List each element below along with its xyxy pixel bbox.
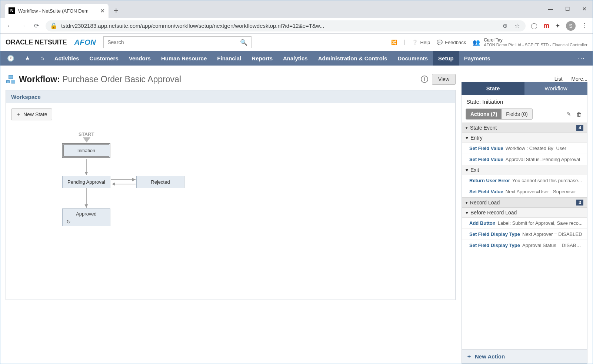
nav-documents[interactable]: Documents (392, 51, 433, 66)
tab-state[interactable]: State (462, 82, 524, 95)
workspace-canvas[interactable]: ＋ New State START Initiation Pending App… (6, 103, 455, 300)
plus-icon: ＋ (16, 111, 21, 118)
nav-financial[interactable]: Financial (212, 51, 246, 66)
plus-icon: ＋ (466, 353, 472, 360)
forward-button: → (19, 23, 27, 29)
nav-vendors[interactable]: Vendors (124, 51, 156, 66)
home-icon[interactable]: ⌂ (35, 55, 49, 61)
nav-admin-controls[interactable]: Administration & Controls (313, 51, 393, 66)
chevron-down-icon: ▾ (466, 200, 468, 205)
chat-icon: 💬 (437, 40, 443, 45)
tab-workflow[interactable]: Workflow (524, 82, 587, 95)
state-node-rejected[interactable]: Rejected (136, 176, 184, 188)
bookmark-icon[interactable]: ☆ (513, 22, 521, 29)
workspace-header: Workspace (6, 90, 455, 103)
view-button[interactable]: View (432, 74, 456, 85)
reload-button[interactable]: ⟳ (32, 22, 40, 29)
main-nav: 🕑 ★ ⌂ Activities Customers Vendors Human… (0, 51, 593, 66)
sub-tabs: Actions (7) Fields (0) (466, 108, 533, 120)
help-icon: ❔ (412, 40, 418, 45)
browser-tab[interactable]: N Workflow - NetSuite (AFON Dem ✕ (5, 4, 109, 18)
state-node-initiation[interactable]: Initiation (62, 143, 110, 158)
page-header: Workflow: Purchase Order Basic Approval … (6, 66, 456, 90)
action-row[interactable]: Set Field ValueApproval Status=Pending A… (462, 154, 587, 165)
state-node-pending[interactable]: Pending Approval (62, 176, 110, 188)
state-title: State: Initiation (462, 95, 587, 108)
chevron-down-icon: ▾ (466, 210, 468, 216)
extension-icon[interactable]: m (543, 22, 549, 30)
url-field[interactable]: 🔒 tstdrv2302183.app.netsuite.com/app/com… (46, 20, 526, 31)
nav-human-resource[interactable]: Human Resource (156, 51, 212, 66)
nav-activities[interactable]: Activities (49, 51, 84, 66)
new-state-button[interactable]: ＋ New State (11, 108, 52, 120)
subtab-fields[interactable]: Fields (0) (502, 109, 532, 119)
search-icon[interactable]: 🔍 (240, 39, 247, 46)
action-row[interactable]: Set Field ValueWorkflow : Created By=Use… (462, 143, 587, 154)
section-state-event[interactable]: ▾ State Event 4 (462, 123, 587, 133)
nav-payments[interactable]: Payments (459, 51, 496, 66)
role-switcher-icon[interactable]: 🔀 (391, 40, 397, 45)
action-row[interactable]: Add ButtonLabel: Submit for Approval, Sa… (462, 218, 587, 229)
section-record-load[interactable]: ▾ Record Load 3 (462, 197, 587, 208)
side-panel-body: State: Initiation Actions (7) Fields (0)… (462, 95, 587, 364)
app-header: ORACLE NETSUITE AFON 🔍 🔀 | ❔Help 💬Feedba… (0, 34, 593, 51)
search-input[interactable] (107, 39, 240, 45)
chevron-down-icon: ▾ (466, 167, 468, 173)
action-row[interactable]: Set Field Display TypeApproval Status = … (462, 240, 587, 251)
more-link[interactable]: More... (571, 76, 587, 82)
oracle-netsuite-logo: ORACLE NETSUITE (6, 39, 67, 46)
profile-avatar[interactable]: S (566, 21, 576, 31)
global-search[interactable]: 🔍 (103, 36, 251, 48)
back-button[interactable]: ← (6, 23, 14, 29)
address-bar: ← → ⟳ 🔒 tstdrv2302183.app.netsuite.com/a… (0, 18, 593, 34)
workflow-icon (6, 75, 15, 83)
loop-icon: ↻ (63, 219, 110, 225)
browser-menu-icon[interactable]: ⋮ (582, 22, 587, 29)
maximize-button[interactable]: ☐ (559, 3, 576, 15)
subsection-exit[interactable]: ▾ Exit (462, 165, 587, 175)
tab-close-icon[interactable]: ✕ (100, 7, 105, 14)
subtab-actions[interactable]: Actions (7) (466, 109, 502, 119)
user-icon: 👥 (473, 39, 480, 46)
state-node-approved[interactable]: Approved ↻ (62, 208, 110, 226)
minimize-button[interactable]: ― (542, 3, 559, 15)
nav-overflow-icon[interactable]: ⋯ (571, 54, 591, 62)
user-role: AFON Demo Pte Ltd - SGP FF STD - Financi… (484, 43, 587, 47)
close-window-button[interactable]: ✕ (576, 3, 593, 15)
action-row[interactable]: Return User ErrorYou cannot send this pu… (462, 175, 587, 186)
user-name: Carol Tay (484, 37, 587, 43)
action-row[interactable]: Set Field ValueNext Approver=User : Supe… (462, 186, 587, 197)
subsection-before-load[interactable]: ▾ Before Record Load (462, 208, 587, 218)
subsection-entry[interactable]: ▾ Entry (462, 133, 587, 143)
new-tab-button[interactable]: + (109, 6, 124, 18)
side-panel-tabs: State Workflow (462, 82, 587, 95)
nav-reports[interactable]: Reports (246, 51, 278, 66)
state-event-count: 4 (576, 125, 583, 131)
extensions: ◯ m ✦ S ⋮ (531, 21, 587, 31)
browser-tab-bar: N Workflow - NetSuite (AFON Dem ✕ + ― ☐ … (0, 0, 593, 18)
favorites-icon[interactable]: ★ (20, 55, 35, 62)
zoom-icon[interactable]: ⊕ (501, 22, 509, 29)
extensions-menu-icon[interactable]: ✦ (555, 22, 560, 29)
nav-analytics[interactable]: Analytics (278, 51, 313, 66)
delete-icon[interactable]: 🗑 (575, 110, 583, 119)
url-text: tstdrv2302183.app.netsuite.com/app/commo… (61, 23, 324, 29)
extension-icon[interactable]: ◯ (531, 22, 537, 29)
help-link[interactable]: ❔Help (412, 40, 430, 45)
chevron-down-icon: ▾ (466, 126, 468, 130)
nav-setup[interactable]: Setup (433, 51, 459, 66)
favicon: N (9, 7, 15, 14)
action-row[interactable]: Set Field Display TypeNext Approver = DI… (462, 229, 587, 240)
list-link[interactable]: List (554, 76, 563, 82)
new-action-button[interactable]: ＋ New Action (462, 349, 587, 363)
record-load-count: 3 (576, 200, 583, 206)
workspace-panel: Workspace ＋ New State START Initiation P… (6, 90, 456, 300)
edit-icon[interactable]: ✎ (565, 109, 573, 119)
tab-title: Workflow - NetSuite (AFON Dem (18, 8, 98, 14)
nav-customers[interactable]: Customers (84, 51, 123, 66)
user-menu[interactable]: 👥 Carol Tay AFON Demo Pte Ltd - SGP FF S… (473, 37, 587, 47)
recent-icon[interactable]: 🕑 (2, 55, 20, 62)
feedback-link[interactable]: 💬Feedback (437, 40, 466, 45)
info-icon[interactable]: i (421, 76, 428, 83)
page-title: Workflow: Purchase Order Basic Approval (19, 74, 181, 84)
